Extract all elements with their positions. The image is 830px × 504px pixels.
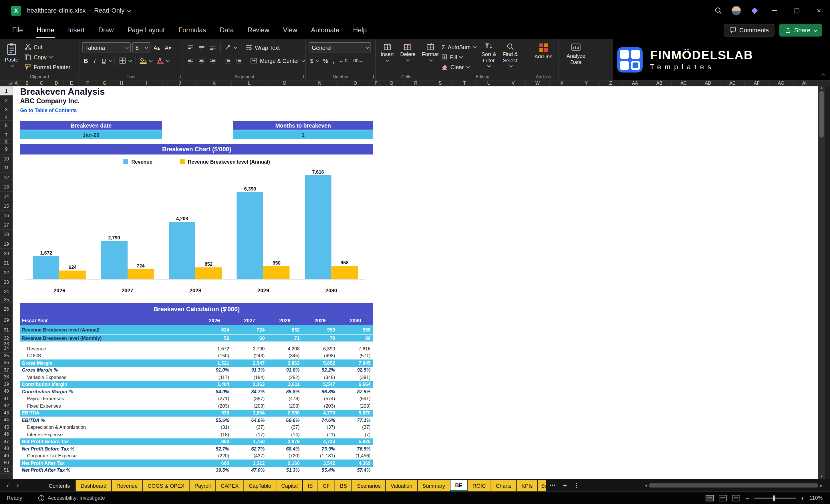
underline-dropdown-icon[interactable] [109,59,113,62]
percent-format-button[interactable]: % [321,55,329,66]
cell-value[interactable]: 4,723 [302,438,338,445]
clipboard-dialog-launcher[interactable] [74,75,77,78]
number-dialog-launcher[interactable] [371,75,374,78]
menu-draw[interactable]: Draw [92,21,121,39]
row-header-14[interactable]: 14 [0,192,12,201]
sheet-tab-captable[interactable]: CapTable [244,480,276,492]
analyze-data-button[interactable]: AnalyzeData [564,42,587,72]
cell-value[interactable]: (31) [197,424,232,431]
column-header-Q[interactable]: Q [380,81,404,86]
row-header-40[interactable]: 40 [0,388,12,395]
cell-value[interactable]: (203) [232,403,267,410]
align-top-button[interactable] [186,42,195,53]
row-header-36[interactable]: 36 [0,359,12,367]
row-header-34[interactable]: 34 [0,345,12,352]
row-header-49[interactable]: 49 [0,452,12,460]
row-header-48[interactable]: 48 [0,445,12,452]
breakeven-chart[interactable]: RevenueRevenue Breakeven level (Annual) … [20,154,373,296]
bold-button[interactable]: B [82,58,90,64]
row-header-45[interactable]: 45 [0,424,12,431]
row-header-9[interactable]: 9 [0,144,12,154]
zoom-in-button[interactable]: + [801,495,804,501]
increase-decimal-button[interactable]: ←.0 [338,55,349,66]
column-header-AH[interactable]: AH [793,81,818,86]
menu-view[interactable]: View [276,21,304,39]
cell-value[interactable]: (14) [267,431,302,438]
cell-value[interactable]: 1,672 [197,345,232,352]
autosum-button[interactable]: Σ AutoSum [440,42,477,52]
cell-value[interactable]: 74.6% [302,417,338,424]
horizontal-scroll-thumb[interactable] [649,483,819,487]
cell-value[interactable]: 60 [232,335,267,342]
column-header-AG[interactable]: AG [769,81,793,86]
maximize-button[interactable] [786,0,808,21]
bar-revenue-2030[interactable] [305,175,331,279]
minimize-button[interactable] [763,0,786,21]
align-bottom-button[interactable] [208,42,217,53]
premium-button[interactable] [745,0,763,21]
row-header-17[interactable]: 17 [0,220,12,230]
cell-value[interactable]: 6,390 [302,345,338,352]
cell-value[interactable]: 47.0% [232,467,267,474]
column-header-A[interactable]: A [12,81,20,86]
column-header-F[interactable]: F [79,81,96,86]
column-header-AC[interactable]: AC [672,81,696,86]
orientation-button[interactable] [223,42,238,53]
cell-value[interactable]: (150) [197,352,232,359]
row-header-51[interactable]: 51 [0,467,12,474]
row-header-13[interactable]: 13 [0,182,12,192]
bar-revenue-breakeven-level-annual--2030[interactable] [331,266,358,279]
cell-value[interactable]: (117) [197,374,232,381]
cell-value[interactable]: (720) [267,452,302,460]
row-header-42[interactable]: 42 [0,403,12,410]
sheet-tab-payroll[interactable]: Payroll [190,480,215,492]
scroll-up-icon[interactable]: ▲ [820,86,823,90]
insert-cells-button[interactable]: Insert [378,42,396,72]
cell-value[interactable]: (574) [302,395,338,403]
cell-value[interactable]: (591) [338,395,373,403]
number-format-combo[interactable]: General [309,42,371,52]
row-header-35[interactable]: 35 [0,352,12,359]
cell-value[interactable]: 1,804 [232,410,267,417]
cell-value[interactable]: 92.2% [302,367,338,374]
clear-button[interactable]: Clear [440,62,477,72]
column-header-B[interactable]: B [20,81,34,86]
grow-font-button[interactable]: A▴ [152,42,162,53]
sheet-tab-so[interactable]: So [538,480,546,492]
menu-insert[interactable]: Insert [61,21,92,39]
sheet-options-button[interactable]: ⋮ [571,479,583,492]
menu-formulas[interactable]: Formulas [171,21,213,39]
bar-revenue-2026[interactable] [33,256,60,279]
column-header-J[interactable]: J [163,81,197,86]
row-header-41[interactable]: 41 [0,395,12,403]
cell-value[interactable]: 7,616 [338,345,373,352]
cell-value[interactable]: 4,208 [267,345,302,352]
column-header-X[interactable]: X [550,81,574,86]
row-header-19[interactable]: 19 [0,240,12,249]
title-chevron-down-icon[interactable] [128,8,131,12]
cell-value[interactable]: 5,892 [302,359,338,367]
column-header-U[interactable]: U [477,81,501,86]
cell-value[interactable]: 880 [197,438,232,445]
bar-revenue-breakeven-level-annual--2026[interactable] [60,271,86,279]
cell-value[interactable]: 87.5% [338,388,373,395]
cell-value[interactable]: (203) [302,403,338,410]
cell-value[interactable]: (37) [232,424,267,431]
cell-value[interactable]: (345) [267,352,302,359]
cell-value[interactable]: (271) [197,395,232,403]
cell-value[interactable]: (11) [302,431,338,438]
new-sheet-button[interactable]: + [559,479,571,492]
row-header-10[interactable]: 10 [0,154,12,163]
row-header-26[interactable]: 26 [0,303,12,315]
bar-revenue-2028[interactable] [169,222,195,279]
menu-file[interactable]: File [5,21,30,39]
paste-button[interactable]: Paste [3,42,20,72]
cell-value[interactable]: 6,664 [338,381,373,388]
cell-value[interactable]: 73.9% [302,445,338,452]
cell-value[interactable]: 852 [267,325,302,334]
row-header-43[interactable]: 43 [0,410,12,417]
column-header-L[interactable]: L [232,81,267,86]
row-header-8[interactable]: 8 [0,140,12,144]
column-header-I[interactable]: I [130,81,163,86]
share-button[interactable]: Share [779,24,822,36]
